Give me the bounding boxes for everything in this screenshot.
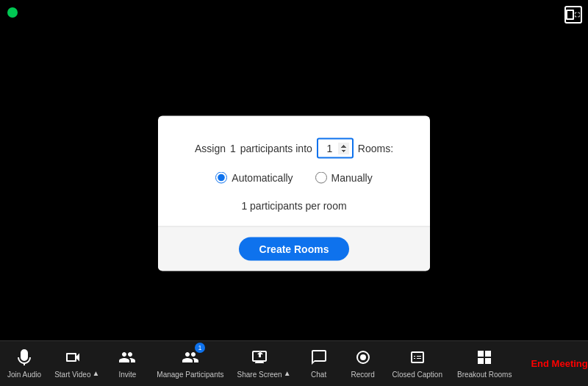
share-screen-icon	[251, 349, 268, 368]
toolbar-item-closed-caption[interactable]: Closed Caption	[385, 344, 450, 383]
closed-caption-label: Closed Caption	[392, 371, 442, 379]
start-video-label: Start Video	[54, 371, 90, 379]
assign-middle: participants into	[240, 142, 312, 154]
audio-icon	[15, 349, 33, 368]
room-count-input[interactable]	[317, 137, 354, 158]
manual-radio[interactable]	[315, 171, 327, 183]
toolbar-item-join-audio[interactable]: Join Audio	[0, 344, 49, 383]
per-room-text: 1 participants per room	[180, 199, 408, 211]
breakout-rooms-label: Breakout Rooms	[457, 371, 512, 379]
end-meeting-button[interactable]: End Meeting	[519, 341, 588, 387]
record-icon	[354, 349, 372, 368]
chat-label: Chat	[311, 371, 326, 379]
toolbar-item-manage-participants[interactable]: 1 Manage Participants	[149, 344, 231, 383]
share-screen-label: Share Screen	[237, 371, 282, 379]
record-label: Record	[351, 371, 374, 379]
svg-point-1	[360, 354, 366, 360]
share-arrow[interactable]: ▲	[284, 369, 291, 377]
manual-option[interactable]: Manually	[315, 171, 373, 183]
toolbar-item-share-screen[interactable]: Share Screen ▲	[232, 344, 297, 383]
toolbar-item-record[interactable]: Record	[341, 344, 385, 383]
video-arrow[interactable]: ▲	[92, 369, 99, 377]
participants-icon: 1	[182, 349, 199, 368]
auto-radio[interactable]	[215, 171, 227, 183]
dialog-body: Assign 1 participants into Rooms: Automa…	[158, 115, 430, 226]
assign-row: Assign 1 participants into Rooms:	[180, 137, 408, 158]
auto-option[interactable]: Automatically	[215, 171, 293, 183]
auto-label: Automatically	[232, 171, 293, 183]
fullscreen-button[interactable]	[564, 6, 582, 24]
invite-label: Invite	[118, 371, 136, 379]
create-rooms-button[interactable]: Create Rooms	[239, 237, 350, 260]
cc-icon	[409, 349, 426, 368]
breakout-rooms-dialog: Assign 1 participants into Rooms: Automa…	[158, 115, 430, 271]
video-icon	[64, 349, 82, 368]
participants-badge: 1	[195, 343, 205, 353]
toolbar-item-chat[interactable]: Chat	[297, 344, 341, 383]
rooms-suffix: Rooms:	[358, 142, 393, 154]
participant-count: 1	[230, 142, 236, 154]
invite-icon	[118, 349, 136, 368]
toolbar-left: Join Audio Start Video ▲ Invite 1	[0, 344, 519, 383]
assign-prefix: Assign	[195, 142, 226, 154]
toolbar-item-invite[interactable]: Invite	[105, 344, 149, 383]
chat-icon	[310, 349, 328, 368]
status-dot	[7, 7, 18, 18]
breakout-icon	[476, 349, 493, 368]
manage-participants-label: Manage Participants	[157, 371, 223, 379]
toolbar: Join Audio Start Video ▲ Invite 1	[0, 340, 588, 386]
assignment-options: Automatically Manually	[180, 171, 408, 183]
dialog-footer: Create Rooms	[158, 226, 430, 271]
manual-label: Manually	[331, 171, 373, 183]
toolbar-item-breakout-rooms[interactable]: Breakout Rooms	[450, 344, 519, 383]
join-audio-label: Join Audio	[7, 371, 41, 379]
toolbar-item-start-video[interactable]: Start Video ▲	[49, 344, 105, 383]
